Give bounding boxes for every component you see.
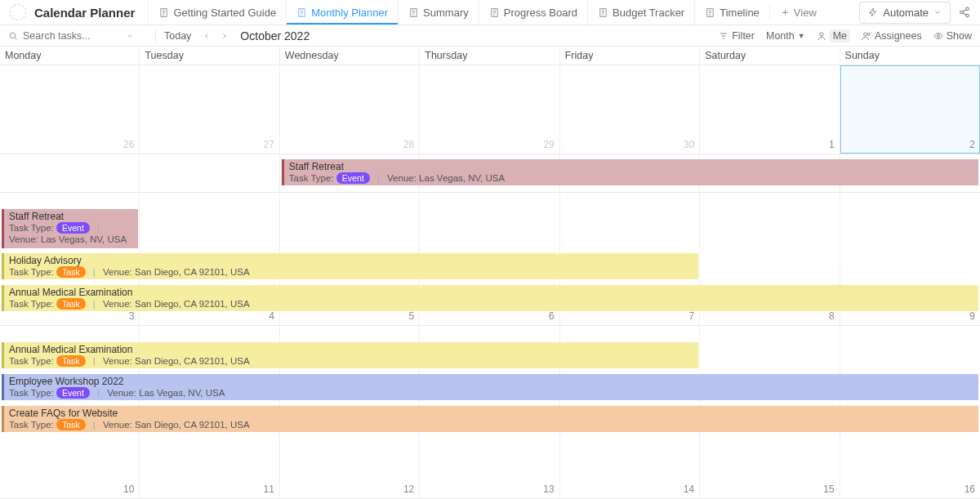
day-number: 8 bbox=[829, 310, 835, 322]
show-button[interactable]: Show bbox=[933, 30, 972, 42]
doc-icon bbox=[489, 7, 500, 18]
automate-label: Automate bbox=[883, 7, 929, 19]
task-type-label: Task Type: bbox=[9, 299, 54, 309]
svg-point-13 bbox=[937, 34, 939, 37]
event-holiday-advisory[interactable]: Holiday Advisory Task Type: Task | Venue… bbox=[2, 253, 698, 279]
show-label: Show bbox=[947, 30, 972, 42]
chevron-down-icon[interactable] bbox=[126, 32, 134, 40]
filter-icon bbox=[719, 31, 728, 41]
task-type-label: Task Type: bbox=[9, 356, 54, 366]
venue-label: Venue: bbox=[387, 173, 416, 183]
day-number: 6 bbox=[549, 310, 555, 322]
badge-event: Event bbox=[56, 387, 90, 399]
divider: | bbox=[93, 356, 96, 366]
day-number: 15 bbox=[823, 483, 834, 495]
calendar-cell[interactable]: 26 bbox=[0, 65, 140, 154]
venue-value: San Diego, CA 92101, USA bbox=[135, 267, 250, 277]
calendar-cell[interactable]: 28 bbox=[280, 65, 420, 154]
venue-value: San Diego, CA 92101, USA bbox=[135, 420, 250, 430]
day-number: 27 bbox=[263, 139, 274, 150]
svg-point-10 bbox=[820, 33, 823, 36]
day-header: Friday bbox=[560, 47, 700, 65]
event-annual-medical-2[interactable]: Annual Medical Examination Task Type: Ta… bbox=[2, 342, 698, 368]
day-number: 2 bbox=[969, 139, 975, 150]
filter-button[interactable]: Filter bbox=[719, 30, 755, 42]
page-icon[interactable] bbox=[10, 4, 26, 20]
day-number: 1 bbox=[829, 139, 835, 150]
users-icon bbox=[862, 31, 871, 41]
event-title: Employee Workshop 2022 bbox=[9, 376, 973, 387]
tab-timeline[interactable]: Timeline bbox=[694, 0, 769, 25]
doc-icon bbox=[296, 7, 307, 18]
event-employee-workshop[interactable]: Employee Workshop 2022 Task Type: Event … bbox=[2, 374, 978, 400]
event-title: Annual Medical Examination bbox=[9, 287, 973, 298]
plus-icon: ＋ bbox=[780, 5, 791, 20]
me-label: Me bbox=[830, 29, 850, 42]
venue-label: Venue: bbox=[107, 388, 136, 398]
me-filter[interactable]: Me bbox=[817, 29, 850, 42]
event-create-faqs[interactable]: Create FAQs for Website Task Type: Task … bbox=[2, 406, 978, 432]
calendar-cell[interactable]: 29 bbox=[420, 65, 559, 154]
chevron-left-icon bbox=[203, 32, 211, 40]
svg-point-6 bbox=[966, 7, 969, 10]
share-icon bbox=[959, 7, 970, 18]
add-view-button[interactable]: ＋ View bbox=[769, 5, 826, 20]
calendar-cell[interactable]: 1 bbox=[700, 65, 840, 154]
badge-event: Event bbox=[336, 172, 370, 184]
day-header: Thursday bbox=[420, 47, 559, 65]
day-number: 5 bbox=[409, 310, 415, 322]
prev-month-button[interactable] bbox=[199, 29, 214, 43]
tab-monthly-planner[interactable]: Monthly Planner bbox=[286, 0, 398, 25]
venue-value: San Diego, CA 92101, USA bbox=[135, 356, 250, 366]
venue-value: Las Vegas, NV, USA bbox=[41, 234, 127, 244]
task-type-label: Task Type: bbox=[9, 420, 54, 430]
divider: | bbox=[93, 267, 96, 277]
eye-icon bbox=[933, 31, 943, 41]
share-button[interactable] bbox=[956, 3, 973, 21]
assignees-button[interactable]: Assignees bbox=[862, 30, 922, 42]
tab-label: Monthly Planner bbox=[311, 7, 388, 19]
badge-task: Task bbox=[56, 419, 86, 430]
event-title: Create FAQs for Website bbox=[9, 408, 973, 419]
task-type-label: Task Type: bbox=[9, 267, 54, 277]
svg-point-12 bbox=[867, 33, 870, 35]
tab-getting-started-guide[interactable]: Getting Started Guide bbox=[148, 0, 286, 25]
task-type-label: Task Type: bbox=[289, 173, 334, 183]
divider bbox=[155, 29, 156, 43]
search-input-wrap[interactable] bbox=[8, 30, 147, 42]
day-header: Monday bbox=[0, 47, 140, 65]
calendar-cell[interactable]: 30 bbox=[560, 65, 700, 154]
filter-label: Filter bbox=[732, 30, 755, 42]
automate-button[interactable]: Automate bbox=[859, 2, 951, 24]
day-number: 4 bbox=[269, 310, 274, 322]
tab-budget-tracker[interactable]: Budget Tracker bbox=[587, 0, 694, 25]
calendar-cell[interactable]: 2 bbox=[840, 65, 980, 154]
divider: | bbox=[93, 299, 96, 309]
svg-point-9 bbox=[10, 33, 16, 38]
venue-label: Venue: bbox=[9, 234, 38, 244]
today-button[interactable]: Today bbox=[164, 30, 191, 42]
event-staff-retreat-2[interactable]: Staff Retreat Task Type: Event | Venue: … bbox=[2, 209, 138, 248]
venue-label: Venue: bbox=[103, 420, 132, 430]
event-staff-retreat[interactable]: Staff Retreat Task Type: Event | Venue: … bbox=[282, 159, 978, 185]
calendar-cell[interactable] bbox=[140, 154, 279, 192]
venue-label: Venue: bbox=[103, 356, 132, 366]
day-number: 14 bbox=[684, 483, 694, 495]
chevron-right-icon bbox=[220, 32, 229, 40]
venue-value: Las Vegas, NV, USA bbox=[419, 173, 505, 183]
day-number: 7 bbox=[688, 310, 694, 322]
tab-progress-board[interactable]: Progress Board bbox=[479, 0, 587, 25]
day-header: Saturday bbox=[700, 47, 840, 65]
calendar-cell[interactable]: 27 bbox=[140, 65, 279, 154]
period-select[interactable]: Month ▼ bbox=[766, 30, 805, 42]
svg-point-11 bbox=[864, 33, 867, 36]
day-number: 16 bbox=[964, 483, 975, 495]
calendar-cell[interactable] bbox=[0, 154, 140, 192]
event-annual-medical[interactable]: Annual Medical Examination Task Type: Ta… bbox=[2, 285, 978, 311]
caret-down-icon: ▼ bbox=[798, 32, 805, 40]
search-input[interactable] bbox=[23, 30, 121, 42]
search-icon bbox=[8, 31, 18, 41]
tab-summary[interactable]: Summary bbox=[398, 0, 479, 25]
venue-value: Las Vegas, NV, USA bbox=[139, 388, 225, 398]
next-month-button[interactable] bbox=[217, 29, 232, 43]
